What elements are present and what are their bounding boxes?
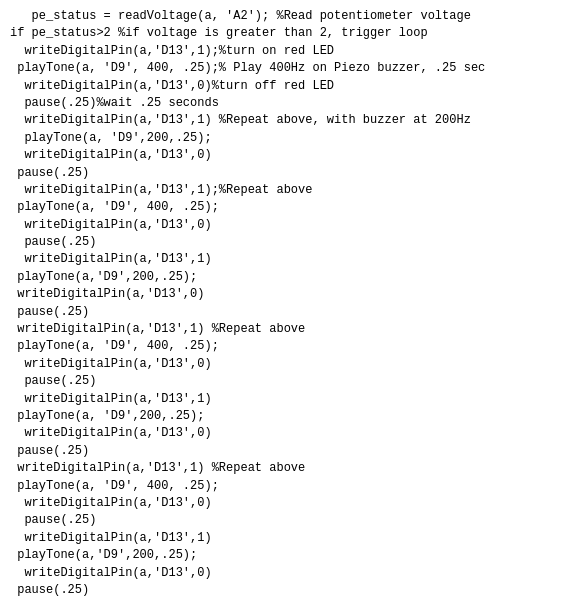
code-line: playTone(a,'D9',200,.25); <box>10 269 573 286</box>
code-line: playTone(a, 'D9', 400, .25);% Play 400Hz… <box>10 60 573 77</box>
code-line: pe_status = readVoltage(a, 'A2'); %Read … <box>10 8 573 25</box>
code-line: writeDigitalPin(a,'D13',1) %Repeat above <box>10 460 573 477</box>
code-line: writeDigitalPin(a,'D13',0) <box>10 217 573 234</box>
code-line: pause(.25)%wait .25 seconds <box>10 95 573 112</box>
code-line: pause(.25) <box>10 582 573 599</box>
code-line: writeDigitalPin(a,'D13',1) %Repeat above… <box>10 112 573 129</box>
code-line: writeDigitalPin(a,'D13',0) <box>10 425 573 442</box>
code-line: playTone(a, 'D9', 400, .25); <box>10 199 573 216</box>
code-line: writeDigitalPin(a,'D13',0) <box>10 286 573 303</box>
code-line: writeDigitalPin(a,'D13',1);%Repeat above <box>10 182 573 199</box>
code-line: pause(.25) <box>10 165 573 182</box>
code-line: writeDigitalPin(a,'D13',0) <box>10 565 573 582</box>
code-line: writeDigitalPin(a,'D13',1) <box>10 391 573 408</box>
code-line: writeDigitalPin(a,'D13',1) <box>10 530 573 547</box>
code-line: writeDigitalPin(a,'D13',0) <box>10 356 573 373</box>
code-line: if pe_status>2 %if voltage is greater th… <box>10 25 573 42</box>
code-line: pause(.25) <box>10 373 573 390</box>
code-line: playTone(a, 'D9',200,.25); <box>10 408 573 425</box>
code-line: pause(.25) <box>10 234 573 251</box>
code-line: pause(.25) <box>10 512 573 529</box>
code-line: writeDigitalPin(a,'D13',0) <box>10 147 573 164</box>
code-line: playTone(a, 'D9',200,.25); <box>10 130 573 147</box>
code-line: writeDigitalPin(a,'D13',0) <box>10 495 573 512</box>
code-line: playTone(a, 'D9', 400, .25); <box>10 478 573 495</box>
code-line: pause(.25) <box>10 304 573 321</box>
code-line: writeDigitalPin(a,'D13',1) %Repeat above <box>10 321 573 338</box>
code-line: playTone(a,'D9',200,.25); <box>10 547 573 564</box>
code-line: writeDigitalPin(a,'D13',1) <box>10 251 573 268</box>
code-line: pause(.25) <box>10 443 573 460</box>
code-line: playTone(a, 'D9', 400, .25); <box>10 338 573 355</box>
code-editor: pe_status = readVoltage(a, 'A2'); %Read … <box>0 0 583 600</box>
code-line: writeDigitalPin(a,'D13',1);%turn on red … <box>10 43 573 60</box>
code-line: writeDigitalPin(a,'D13',0)%turn off red … <box>10 78 573 95</box>
